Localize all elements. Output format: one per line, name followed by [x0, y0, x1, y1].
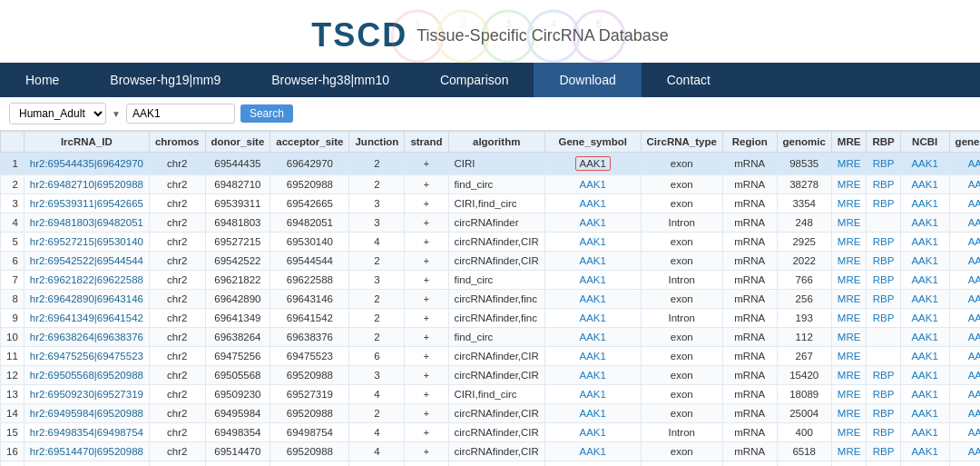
- search-input[interactable]: [126, 104, 235, 124]
- cell-rbp[interactable]: RBP: [867, 366, 900, 385]
- cell-genecards[interactable]: AAK1: [949, 233, 980, 252]
- cell-ncbi[interactable]: AAK1: [900, 153, 949, 175]
- cell-rbp[interactable]: [867, 347, 900, 366]
- cell-lrcrna-id[interactable]: hr2:69509230|69527319: [24, 385, 149, 404]
- cell-rbp[interactable]: RBP: [867, 153, 900, 175]
- cell-gene-symbol[interactable]: AAK1: [544, 328, 641, 347]
- cell-mre[interactable]: MRE: [831, 347, 867, 366]
- cell-lrcrna-id[interactable]: hr2:69641349|69641542: [24, 309, 149, 328]
- cell-rbp[interactable]: RBP: [867, 442, 900, 461]
- cell-ncbi[interactable]: AAK1: [900, 271, 949, 290]
- cell-lrcrna-id[interactable]: hr2:69527215|69530140: [24, 233, 149, 252]
- cell-rbp[interactable]: RBP: [867, 385, 900, 404]
- cell-lrcrna-id[interactable]: hr2:69482710|69520988: [24, 175, 149, 194]
- cell-gene-symbol[interactable]: AAK1: [544, 290, 641, 309]
- cell-genecards[interactable]: AAK1: [949, 442, 980, 461]
- cell-lrcrna-id[interactable]: hr2:69642890|69643146: [24, 290, 149, 309]
- cell-lrcrna-id[interactable]: hr2:69498354|69498754: [24, 423, 149, 442]
- cell-ncbi[interactable]: AAK1: [900, 347, 949, 366]
- cell-lrcrna-id[interactable]: hr2:69542522|69544544: [24, 252, 149, 271]
- cell-gene-symbol[interactable]: AAK1: [544, 252, 641, 271]
- cell-rbp[interactable]: RBP: [867, 461, 900, 467]
- cell-genecards[interactable]: AAK1: [949, 385, 980, 404]
- cell-genecards[interactable]: AAK1: [949, 271, 980, 290]
- cell-ncbi[interactable]: AAK1: [900, 366, 949, 385]
- cell-ncbi[interactable]: AAK1: [900, 233, 949, 252]
- cell-rbp[interactable]: RBP: [867, 194, 900, 213]
- cell-ncbi[interactable]: AAK1: [900, 309, 949, 328]
- cell-ncbi[interactable]: AAK1: [900, 461, 949, 467]
- cell-genecards[interactable]: AAK1: [949, 423, 980, 442]
- cell-mre[interactable]: MRE: [831, 153, 867, 175]
- cell-genecards[interactable]: AAK1: [949, 404, 980, 423]
- cell-lrcrna-id[interactable]: hr2:69475256|69475523: [24, 347, 149, 366]
- cell-ncbi[interactable]: AAK1: [900, 385, 949, 404]
- cell-lrcrna-id[interactable]: hr2:69481803|69482051: [24, 213, 149, 233]
- navbar-item-comparison[interactable]: Comparison: [415, 63, 534, 97]
- navbar-item-browser-hg38[interactable]: Browser-hg38|mm10: [246, 63, 415, 97]
- cell-rbp[interactable]: [867, 328, 900, 347]
- species-dropdown[interactable]: Human_Adult Human_Fetal Mouse_Adult Mous…: [9, 103, 106, 124]
- cell-rbp[interactable]: RBP: [867, 252, 900, 271]
- cell-ncbi[interactable]: AAK1: [900, 175, 949, 194]
- cell-genecards[interactable]: AAK1: [949, 153, 980, 175]
- cell-gene-symbol[interactable]: AAK1: [544, 213, 641, 233]
- cell-genecards[interactable]: AAK1: [949, 328, 980, 347]
- cell-lrcrna-id[interactable]: hr2:69539311|69542665: [24, 194, 149, 213]
- navbar-item-download[interactable]: Download: [534, 63, 641, 97]
- cell-mre[interactable]: MRE: [831, 328, 867, 347]
- cell-genecards[interactable]: AAK1: [949, 252, 980, 271]
- cell-rbp[interactable]: RBP: [867, 404, 900, 423]
- cell-lrcrna-id[interactable]: hr2:69638264|69638376: [24, 328, 149, 347]
- search-button[interactable]: Search: [240, 104, 293, 123]
- cell-rbp[interactable]: RBP: [867, 423, 900, 442]
- cell-mre[interactable]: MRE: [831, 385, 867, 404]
- cell-ncbi[interactable]: AAK1: [900, 423, 949, 442]
- cell-mre[interactable]: MRE: [831, 213, 867, 233]
- cell-mre[interactable]: MRE: [831, 290, 867, 309]
- cell-mre[interactable]: MRE: [831, 461, 867, 467]
- cell-ncbi[interactable]: AAK1: [900, 252, 949, 271]
- cell-genecards[interactable]: AAK1: [949, 194, 980, 213]
- cell-rbp[interactable]: RBP: [867, 290, 900, 309]
- navbar-item-contact[interactable]: Contact: [642, 63, 736, 97]
- cell-lrcrna-id[interactable]: hr2:69544435|69642970: [24, 153, 149, 175]
- cell-genecards[interactable]: AAK1: [949, 290, 980, 309]
- cell-gene-symbol[interactable]: AAK1: [544, 347, 641, 366]
- cell-mre[interactable]: MRE: [831, 309, 867, 328]
- cell-mre[interactable]: MRE: [831, 271, 867, 290]
- cell-gene-symbol[interactable]: AAK1: [544, 461, 641, 467]
- cell-ncbi[interactable]: AAK1: [900, 328, 949, 347]
- cell-ncbi[interactable]: AAK1: [900, 194, 949, 213]
- cell-genecards[interactable]: AAK1: [949, 309, 980, 328]
- cell-gene-symbol[interactable]: AAK1: [544, 153, 641, 175]
- cell-genecards[interactable]: AAK1: [949, 366, 980, 385]
- cell-gene-symbol[interactable]: AAK1: [544, 194, 641, 213]
- cell-gene-symbol[interactable]: AAK1: [544, 233, 641, 252]
- cell-mre[interactable]: MRE: [831, 252, 867, 271]
- cell-gene-symbol[interactable]: AAK1: [544, 385, 641, 404]
- cell-mre[interactable]: MRE: [831, 194, 867, 213]
- cell-mre[interactable]: MRE: [831, 442, 867, 461]
- cell-ncbi[interactable]: AAK1: [900, 213, 949, 233]
- cell-mre[interactable]: MRE: [831, 423, 867, 442]
- cell-genecards[interactable]: AAK1: [949, 213, 980, 233]
- cell-gene-symbol[interactable]: AAK1: [544, 309, 641, 328]
- cell-gene-symbol[interactable]: AAK1: [544, 175, 641, 194]
- cell-mre[interactable]: MRE: [831, 366, 867, 385]
- cell-ncbi[interactable]: AAK1: [900, 442, 949, 461]
- cell-rbp[interactable]: RBP: [867, 233, 900, 252]
- cell-rbp[interactable]: RBP: [867, 309, 900, 328]
- cell-lrcrna-id[interactable]: hr2:69514470|69520988: [24, 442, 149, 461]
- cell-gene-symbol[interactable]: AAK1: [544, 366, 641, 385]
- cell-gene-symbol[interactable]: AAK1: [544, 271, 641, 290]
- cell-genecards[interactable]: AAK1: [949, 175, 980, 194]
- cell-mre[interactable]: MRE: [831, 175, 867, 194]
- cell-mre[interactable]: MRE: [831, 233, 867, 252]
- navbar-item-browser-hg19[interactable]: Browser-hg19|mm9: [84, 63, 246, 97]
- cell-lrcrna-id[interactable]: hr2:69495984|69520988: [24, 404, 149, 423]
- cell-mre[interactable]: MRE: [831, 404, 867, 423]
- cell-gene-symbol[interactable]: AAK1: [544, 404, 641, 423]
- cell-rbp[interactable]: RBP: [867, 271, 900, 290]
- cell-rbp[interactable]: [867, 213, 900, 233]
